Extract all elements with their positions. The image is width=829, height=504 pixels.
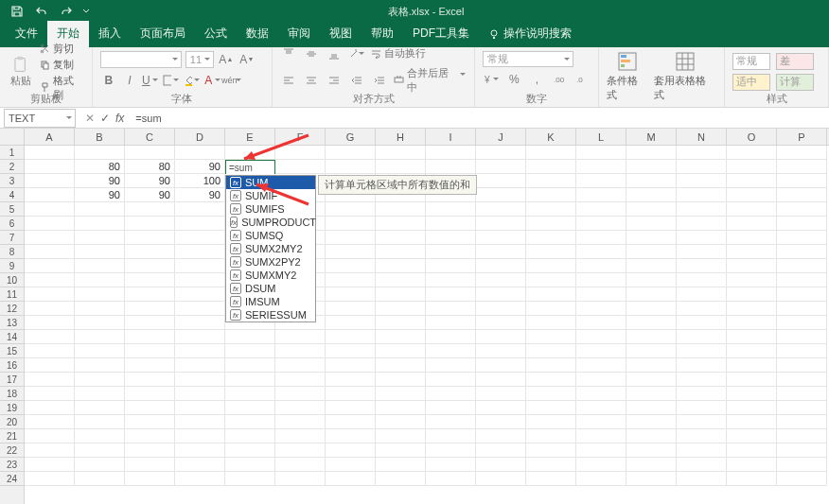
cell[interactable] [426,217,476,231]
merge-button[interactable]: 合并后居中 [394,66,467,95]
cell[interactable] [326,160,376,174]
cell[interactable] [426,429,476,443]
cell[interactable] [677,401,727,415]
cell[interactable] [777,443,827,458]
cell[interactable] [275,358,326,373]
cell[interactable] [576,259,626,273]
cell[interactable] [626,259,677,273]
cell[interactable] [777,273,827,287]
cell[interactable] [426,202,476,217]
paste-button[interactable]: 粘贴 [8,56,34,88]
cell[interactable] [476,429,526,443]
cell[interactable] [426,287,476,302]
cell[interactable] [75,344,125,358]
cell[interactable] [476,146,526,160]
cell[interactable] [426,330,476,344]
cell[interactable] [626,472,677,486]
cell[interactable] [125,443,175,458]
name-box[interactable]: TEXT [4,109,76,128]
cell[interactable] [626,287,677,302]
cell[interactable] [526,302,576,316]
cell[interactable] [777,401,827,415]
italic-button[interactable]: I [121,72,138,89]
tab-insert[interactable]: 插入 [89,21,131,47]
cell[interactable] [476,373,526,387]
cell[interactable] [25,443,75,458]
cell[interactable] [576,344,626,358]
fx-icon[interactable]: fx [115,112,124,125]
cell[interactable] [777,202,827,217]
save-icon[interactable] [8,3,26,20]
cell[interactable] [376,373,426,387]
align-right-icon[interactable] [326,72,343,89]
cell[interactable] [275,443,326,458]
cell[interactable] [576,330,626,344]
cell[interactable] [275,401,326,415]
cell[interactable] [777,174,827,188]
cell[interactable] [576,146,626,160]
cell[interactable] [727,245,777,259]
cell[interactable] [476,443,526,458]
cell[interactable] [576,373,626,387]
cell[interactable] [225,458,275,472]
tab-review[interactable]: 审阅 [278,21,320,47]
cell[interactable] [426,146,476,160]
cell[interactable] [326,387,376,401]
cell[interactable] [326,217,376,231]
cell[interactable] [727,202,777,217]
align-bottom-icon[interactable] [326,45,343,62]
cell[interactable] [777,472,827,486]
cell[interactable] [476,174,526,188]
cell[interactable] [576,443,626,458]
cell[interactable] [526,287,576,302]
cell[interactable] [727,231,777,245]
cell[interactable] [576,316,626,330]
cell[interactable] [426,358,476,373]
cell[interactable] [326,316,376,330]
cell[interactable] [626,373,677,387]
cell[interactable] [376,287,426,302]
cell[interactable] [576,458,626,472]
cell[interactable] [376,443,426,458]
number-format-combo[interactable]: 常规 [483,51,573,67]
table-format-button[interactable]: 套用表格格式 [654,51,716,102]
cell[interactable] [576,358,626,373]
redo-icon[interactable] [57,3,76,20]
cell[interactable] [125,472,175,486]
cell[interactable] [376,458,426,472]
cell[interactable] [125,415,175,429]
style-neutral[interactable]: 适中 [732,74,770,91]
align-top-icon[interactable] [280,45,297,62]
cell[interactable] [677,415,727,429]
cell[interactable] [376,344,426,358]
cell[interactable] [727,273,777,287]
col-header-J[interactable]: J [476,129,526,145]
cell[interactable] [677,217,727,231]
fill-color-button[interactable] [184,72,201,89]
cell[interactable] [75,401,125,415]
cell[interactable] [326,443,376,458]
row-header-17[interactable]: 17 [0,373,24,387]
cell[interactable] [476,401,526,415]
cell[interactable] [75,415,125,429]
cell[interactable] [326,458,376,472]
cell[interactable] [25,472,75,486]
cell[interactable] [476,415,526,429]
cell[interactable] [677,245,727,259]
cell[interactable] [727,358,777,373]
cell[interactable] [426,259,476,273]
cell[interactable] [576,160,626,174]
cell[interactable] [777,330,827,344]
cell[interactable] [727,174,777,188]
cell[interactable] [777,259,827,273]
cell[interactable] [576,302,626,316]
increase-indent-icon[interactable] [371,72,388,89]
cell[interactable] [326,287,376,302]
cell[interactable] [727,302,777,316]
cell[interactable] [626,316,677,330]
cell[interactable] [677,273,727,287]
cell[interactable] [426,302,476,316]
cell[interactable] [626,160,677,174]
row-header-24[interactable]: 24 [0,472,24,486]
cell[interactable] [376,330,426,344]
